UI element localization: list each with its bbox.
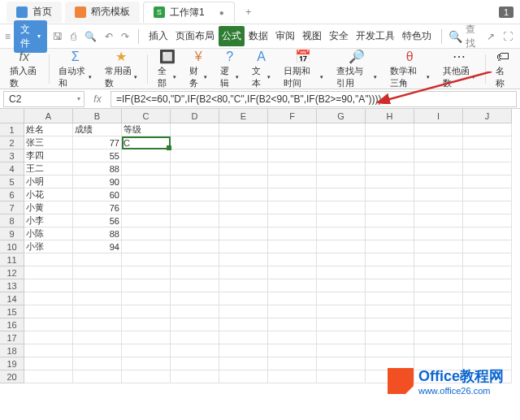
col-header[interactable]: G [317, 109, 366, 123]
cell[interactable] [122, 201, 171, 214]
cell[interactable] [171, 253, 219, 266]
template-tab[interactable]: 稻壳模板 [65, 2, 140, 23]
cell[interactable] [463, 279, 512, 292]
col-header[interactable]: I [414, 109, 463, 123]
redo-icon[interactable]: ↷ [119, 31, 132, 42]
cell[interactable] [268, 175, 317, 188]
cell[interactable] [73, 331, 122, 344]
cell[interactable] [268, 201, 317, 214]
cell[interactable] [24, 344, 73, 357]
cell[interactable] [268, 344, 317, 357]
cell[interactable] [219, 214, 268, 227]
cell[interactable]: 60 [73, 188, 122, 201]
cell[interactable] [366, 331, 414, 344]
row-header[interactable]: 8 [0, 214, 24, 227]
cell[interactable] [414, 201, 463, 214]
cell[interactable] [366, 318, 414, 331]
cell[interactable] [24, 253, 73, 266]
cell[interactable] [219, 162, 268, 175]
row-header[interactable]: 11 [0, 253, 24, 266]
ribbon-tab-layout[interactable]: 页面布局 [172, 26, 218, 46]
cell[interactable]: 小黄 [24, 201, 73, 214]
name-box[interactable]: C2 ▾ [3, 91, 84, 107]
cell[interactable] [414, 318, 463, 331]
cell[interactable] [317, 370, 366, 383]
cell[interactable] [463, 123, 512, 136]
cell[interactable] [122, 305, 171, 318]
cell[interactable] [366, 136, 414, 149]
cell[interactable] [317, 214, 366, 227]
cell[interactable] [219, 201, 268, 214]
cell[interactable] [219, 240, 268, 253]
cell[interactable] [366, 201, 414, 214]
row-header[interactable]: 16 [0, 318, 24, 331]
cell[interactable] [414, 344, 463, 357]
cell[interactable] [122, 318, 171, 331]
cell[interactable] [171, 162, 219, 175]
cell[interactable] [171, 318, 219, 331]
menu-icon[interactable]: ≡ [5, 31, 11, 42]
cell[interactable] [268, 123, 317, 136]
cell[interactable] [122, 175, 171, 188]
cell[interactable] [171, 357, 219, 370]
lookup-fn-button[interactable]: 🔎 查找与引用▾ [332, 47, 381, 91]
cell[interactable] [122, 357, 171, 370]
cell[interactable] [317, 188, 366, 201]
cell[interactable] [366, 149, 414, 162]
new-tab-button[interactable]: + [238, 6, 259, 18]
cell[interactable] [268, 240, 317, 253]
cell[interactable] [219, 331, 268, 344]
cell[interactable] [414, 253, 463, 266]
math-fn-button[interactable]: θ 数学和三角▾ [385, 47, 435, 91]
cell[interactable] [366, 123, 414, 136]
cell[interactable] [317, 162, 366, 175]
row-header[interactable]: 12 [0, 266, 24, 279]
cell[interactable] [219, 370, 268, 383]
cell[interactable] [463, 292, 512, 305]
cell[interactable] [122, 188, 171, 201]
ribbon-tab-data[interactable]: 数据 [245, 26, 271, 46]
cell[interactable] [219, 344, 268, 357]
cell[interactable]: 56 [73, 214, 122, 227]
cell[interactable] [122, 162, 171, 175]
cell[interactable] [317, 253, 366, 266]
cell[interactable] [122, 266, 171, 279]
cell[interactable] [366, 344, 414, 357]
preview-icon[interactable]: 🔍 [82, 31, 99, 42]
search-button[interactable]: 🔍 查找 [448, 23, 478, 50]
cell[interactable]: 小花 [24, 188, 73, 201]
cell[interactable] [171, 214, 219, 227]
cell[interactable] [414, 136, 463, 149]
cell[interactable] [268, 357, 317, 370]
cell[interactable] [317, 344, 366, 357]
cell[interactable] [122, 279, 171, 292]
cell[interactable] [414, 175, 463, 188]
cell[interactable] [219, 357, 268, 370]
ribbon-tab-special[interactable]: 特色功 [399, 26, 435, 46]
cell[interactable]: 李四 [24, 149, 73, 162]
cell[interactable] [219, 292, 268, 305]
cell[interactable] [414, 162, 463, 175]
cell[interactable] [317, 136, 366, 149]
cell[interactable] [366, 162, 414, 175]
cell[interactable] [171, 149, 219, 162]
row-header[interactable]: 13 [0, 279, 24, 292]
cell[interactable] [268, 292, 317, 305]
cell[interactable]: 张三 [24, 136, 73, 149]
common-fn-button[interactable]: ★ 常用函数▾ [100, 47, 142, 91]
cell[interactable] [24, 357, 73, 370]
cell[interactable]: 小明 [24, 175, 73, 188]
cell[interactable] [73, 253, 122, 266]
cell[interactable] [171, 266, 219, 279]
cell[interactable] [414, 279, 463, 292]
cell[interactable] [24, 318, 73, 331]
cell[interactable] [73, 292, 122, 305]
datetime-fn-button[interactable]: 📅 日期和时间▾ [279, 47, 328, 91]
print-icon[interactable]: ⎙ [68, 31, 79, 42]
cell[interactable] [317, 201, 366, 214]
cell[interactable] [463, 266, 512, 279]
col-header[interactable]: E [219, 109, 268, 123]
cell[interactable] [317, 331, 366, 344]
cell[interactable] [463, 331, 512, 344]
text-fn-button[interactable]: A 文本▾ [247, 47, 275, 91]
